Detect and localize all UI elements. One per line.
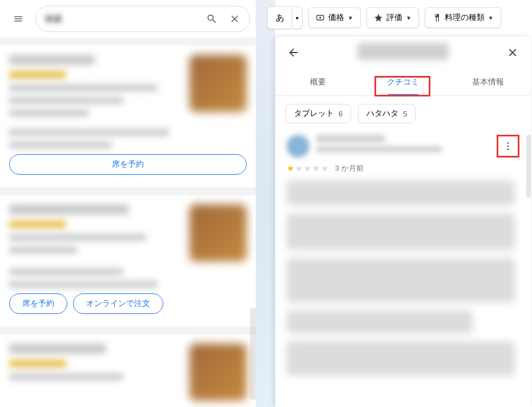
menu-button[interactable] (6, 6, 31, 31)
hamburger-icon (13, 14, 23, 24)
filter-rating[interactable]: 評価 ▼ (366, 7, 419, 28)
order-online-button[interactable]: オンラインで注文 (73, 293, 163, 314)
reserve-seat-button[interactable]: 席を予約 (9, 293, 67, 314)
tab-about[interactable]: 基本情報 (446, 68, 531, 95)
place-tabs: 概要 クチコミ 基本情報 (275, 68, 531, 96)
chevron-down-icon: ▼ (348, 15, 353, 21)
clear-search-button[interactable] (223, 7, 246, 30)
result-thumbnail (190, 204, 247, 261)
result-card[interactable]: 席を予約 (0, 46, 256, 187)
topic-chip-label: ハタハタ (366, 108, 398, 119)
review-body (287, 180, 519, 376)
review-rating-row: ★★★★★ 3 か月前 (287, 163, 519, 174)
result-thumbnail (190, 55, 247, 112)
search-icon (206, 13, 217, 25)
chevron-down-icon: ▼ (488, 15, 494, 21)
topic-chip-count: 6 (338, 110, 342, 118)
svg-point-2 (507, 142, 509, 144)
arrow-left-icon (287, 46, 300, 59)
tab-overview[interactable]: 概要 (275, 68, 360, 95)
svg-point-3 (507, 146, 509, 147)
review-time-ago: 3 か月前 (335, 163, 364, 174)
result-card-top (9, 204, 247, 261)
back-button[interactable] (282, 41, 305, 64)
place-title (305, 43, 501, 62)
filter-price[interactable]: 価格 ▼ (308, 7, 361, 28)
map-background[interactable] (256, 0, 275, 407)
close-icon (506, 46, 519, 59)
filter-price-label: 価格 (328, 13, 344, 23)
reviewer-avatar[interactable] (287, 135, 309, 158)
tab-reviews[interactable]: クチコミ (360, 68, 445, 95)
result-info (9, 344, 183, 401)
topic-chip-count: 5 (403, 110, 407, 118)
input-method-toggle[interactable]: あ (267, 6, 292, 29)
cuisine-icon (432, 13, 441, 22)
input-method-dropdown[interactable]: ▾ (292, 6, 303, 29)
result-card[interactable]: 席を予約 オンラインで注文 (0, 195, 256, 327)
svg-point-4 (507, 148, 509, 150)
close-panel-button[interactable] (501, 41, 524, 64)
result-thumbnail (190, 344, 247, 401)
topic-chip-label: タブレット (294, 108, 334, 119)
place-review-panel: 概要 クチコミ 基本情報 タブレット 6 ハタハタ 5 ★★★★★ 3 か月前 (275, 37, 531, 407)
reviewer-name-block (316, 135, 497, 156)
search-input[interactable] (45, 14, 200, 24)
result-card[interactable] (0, 335, 256, 407)
filter-cuisine-label: 料理の種類 (445, 13, 485, 23)
topic-chip[interactable]: ハタハタ 5 (358, 104, 416, 123)
price-icon (316, 13, 325, 22)
scrollbar[interactable] (526, 135, 531, 198)
topic-chips-row: タブレット 6 ハタハタ 5 (275, 96, 531, 131)
scrollbar[interactable] (250, 308, 256, 400)
chevron-down-icon: ▼ (406, 15, 412, 21)
filter-rating-label: 評価 (386, 13, 402, 23)
map-filter-bar: あ ▾ 価格 ▼ 評価 ▼ 料理の種類 ▼ (267, 6, 532, 30)
review-panel-header (275, 37, 531, 68)
result-info (9, 204, 183, 261)
review-item: ★★★★★ 3 か月前 (275, 131, 531, 387)
topic-chip[interactable]: タブレット 6 (285, 104, 351, 123)
close-icon (229, 13, 240, 25)
search-results-panel: 席を予約 席を予約 オンラインで注文 (0, 0, 256, 407)
review-more-button[interactable] (497, 135, 519, 158)
search-field-container (35, 6, 250, 32)
review-stars: ★★★★★ (287, 163, 329, 174)
result-card-top (9, 55, 247, 122)
reserve-seat-button[interactable]: 席を予約 (9, 154, 247, 175)
result-info (9, 55, 183, 122)
more-vertical-icon (503, 141, 513, 151)
star-icon (374, 13, 383, 22)
review-header (287, 135, 519, 158)
svg-point-1 (319, 17, 321, 18)
search-bar-row (0, 0, 256, 38)
search-button[interactable] (200, 7, 223, 30)
filter-cuisine[interactable]: 料理の種類 ▼ (425, 7, 501, 28)
result-card-top (9, 344, 247, 401)
